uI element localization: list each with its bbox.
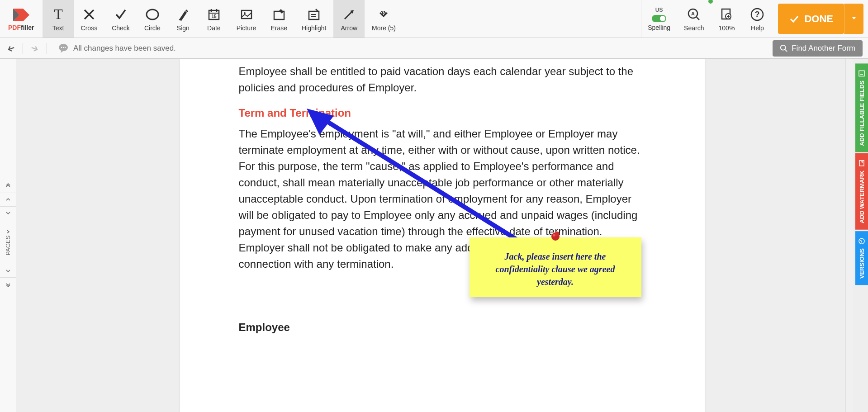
page-first[interactable]: [0, 180, 16, 193]
versions-tab[interactable]: VERSIONS: [855, 231, 868, 285]
svg-line-20: [697, 17, 699, 20]
redo-button[interactable]: [28, 42, 40, 55]
svg-text:T: T: [54, 6, 63, 22]
svg-text:»: »: [381, 6, 387, 19]
scrollbar[interactable]: [845, 59, 853, 412]
pin-icon: [548, 230, 563, 245]
svg-rect-40: [859, 71, 864, 76]
toolbar-right: US Spelling ASearch 100% ?Help DONE: [641, 0, 868, 38]
section-heading: Term and Termination: [239, 107, 646, 119]
text-tool[interactable]: TText: [43, 0, 74, 38]
add-fields-tab[interactable]: ADD FILLABLE FIELDS: [855, 63, 868, 152]
sub-toolbar: All changes have been saved. Find Anothe…: [0, 38, 868, 59]
svg-text:15: 15: [211, 14, 217, 19]
separator: [23, 43, 23, 54]
main-toolbar: PDFfiller TText Cross Check Circle Sign …: [0, 0, 868, 38]
app-logo[interactable]: PDFfiller: [0, 0, 43, 38]
page-last[interactable]: [0, 278, 16, 291]
section-heading: Employee: [239, 321, 646, 334]
separator: [47, 43, 47, 54]
comment-icon: [58, 43, 69, 54]
date-tool[interactable]: 15Date: [199, 0, 229, 38]
sticky-note[interactable]: Jack, please insert here the confidentia…: [470, 237, 641, 297]
sticky-text: Jack, please insert here the confidentia…: [480, 250, 631, 288]
done-button[interactable]: DONE: [778, 4, 844, 34]
pages-panel: PAGES: [0, 59, 16, 412]
paragraph: Employee shall be entitled to paid vacat…: [239, 63, 646, 96]
svg-point-32: [65, 47, 66, 47]
sign-tool[interactable]: Sign: [168, 0, 199, 38]
svg-text:A: A: [860, 161, 863, 163]
side-tabs: ADD FILLABLE FIELDS ADD WATERMARKA VERSI…: [855, 63, 868, 286]
tool-group: TText Cross Check Circle Sign 15Date Pic…: [43, 0, 403, 38]
arrow-tool[interactable]: Arrow: [333, 0, 365, 38]
check-tool[interactable]: Check: [104, 0, 137, 38]
svg-point-33: [781, 45, 786, 50]
erase-tool[interactable]: Erase: [263, 0, 294, 38]
svg-point-39: [555, 232, 560, 236]
picture-tool[interactable]: Picture: [229, 0, 264, 38]
svg-point-31: [63, 47, 64, 47]
zoom-button[interactable]: 100%: [711, 0, 742, 38]
help-button[interactable]: ?Help: [742, 0, 773, 38]
svg-point-10: [244, 12, 246, 14]
svg-rect-12: [309, 11, 319, 19]
spelling-toggle[interactable]: US Spelling: [641, 0, 677, 38]
document-page: Employee shall be entitled to paid vacat…: [180, 59, 705, 412]
workspace: PAGES Employee shall be entitled to paid…: [0, 59, 868, 412]
svg-line-34: [785, 49, 787, 52]
svg-point-30: [61, 47, 62, 47]
document-area[interactable]: Employee shall be entitled to paid vacat…: [16, 59, 868, 412]
highlight-tool[interactable]: Highlight: [294, 0, 333, 38]
svg-text:?: ?: [755, 10, 760, 19]
search-button[interactable]: ASearch: [677, 0, 711, 38]
done-dropdown[interactable]: [844, 4, 863, 34]
svg-text:A: A: [691, 11, 695, 16]
page-next2[interactable]: [0, 264, 16, 278]
pages-label[interactable]: PAGES: [5, 220, 11, 264]
add-watermark-tab[interactable]: ADD WATERMARKA: [855, 153, 868, 230]
find-form-button[interactable]: Find Another Form: [773, 40, 863, 57]
spelling-switch[interactable]: [652, 15, 666, 22]
more-tool[interactable]: »More (5): [365, 0, 403, 38]
svg-marker-27: [852, 17, 856, 19]
page-next[interactable]: [0, 207, 16, 220]
circle-tool[interactable]: Circle: [137, 0, 168, 38]
cross-tool[interactable]: Cross: [74, 0, 105, 38]
page-prev[interactable]: [0, 193, 16, 207]
svg-point-3: [147, 9, 158, 19]
undo-button[interactable]: [5, 42, 18, 55]
status-text: All changes have been saved.: [73, 44, 176, 53]
